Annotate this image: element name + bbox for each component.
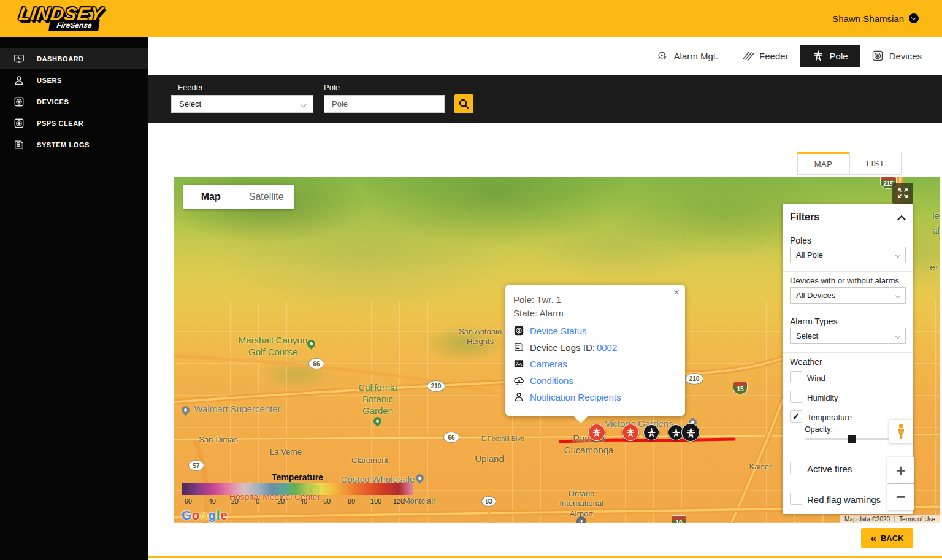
- pole-marker[interactable]: [643, 424, 659, 440]
- weather-label: Weather: [790, 357, 822, 367]
- fullscreen-button[interactable]: [892, 183, 913, 204]
- tab-map-view[interactable]: MAP: [797, 152, 849, 175]
- map-label-kaiser: Kaiser: [749, 462, 772, 472]
- temperature-label: Temperature: [807, 413, 852, 422]
- back-button[interactable]: « BACK: [861, 528, 913, 548]
- chevron-down-icon: [895, 253, 900, 258]
- opacity-label: Opacity:: [805, 425, 833, 434]
- route-shield-66: 66: [308, 358, 324, 369]
- popup-row-device-status: Device Status: [513, 325, 587, 336]
- popup-pole-name: Pole: Twr. 1: [513, 294, 561, 305]
- zoom-out-button[interactable]: −: [887, 484, 914, 510]
- opacity-slider-thumb[interactable]: [848, 435, 856, 443]
- tab-pole[interactable]: Pole: [800, 45, 860, 67]
- google-logo[interactable]: Google: [182, 508, 228, 523]
- transmission-tower-icon: [685, 427, 697, 439]
- legend-tick: -40: [206, 497, 216, 505]
- chevron-up-icon[interactable]: [897, 215, 906, 224]
- zoom-in-button[interactable]: +: [887, 457, 914, 483]
- pole-search-input[interactable]: [324, 95, 445, 113]
- sidebar-item-psps-clear[interactable]: PSPS CLEAR: [0, 112, 148, 134]
- legend-title: Temperature: [272, 472, 323, 482]
- back-arrows-icon: «: [870, 532, 876, 545]
- map-label-claremont: Claremont: [351, 456, 388, 466]
- alarm-bell-icon: [656, 50, 668, 62]
- wind-checkbox[interactable]: [790, 371, 802, 383]
- sidebar-item-dashboard[interactable]: DASHBOARD: [0, 48, 148, 69]
- street-view-pegman-control[interactable]: [889, 420, 913, 443]
- route-shield-83: 83: [481, 496, 496, 507]
- sidebar-item-system-logs[interactable]: SYSTEM LOGS: [0, 134, 148, 155]
- transmission-tower-icon: [625, 427, 636, 438]
- device-icon: [13, 118, 25, 129]
- transmission-tower-icon: [591, 427, 602, 438]
- popup-state: State: Alarm: [513, 308, 564, 318]
- search-button[interactable]: [454, 94, 473, 113]
- popup-row-cameras: Cameras: [513, 358, 567, 369]
- notification-recipients-link[interactable]: Notification Recipients: [530, 392, 621, 402]
- device-logs-id-link[interactable]: 0002: [597, 342, 617, 353]
- terms-of-use-link[interactable]: Terms of Use: [895, 516, 940, 523]
- chevron-down-icon: [301, 102, 307, 108]
- pole-info-popup: × Pole: Twr. 1 State: Alarm Device Statu…: [505, 285, 685, 416]
- tab-alarm-mgt[interactable]: Alarm Mgt.: [645, 45, 730, 67]
- opacity-slider[interactable]: [805, 438, 890, 440]
- cameras-link[interactable]: Cameras: [530, 359, 567, 369]
- route-shield-210: 210: [685, 373, 703, 385]
- humidity-checkbox[interactable]: [790, 391, 802, 403]
- sidebar-item-label: USERS: [37, 77, 62, 84]
- user-menu[interactable]: Shawn Shamsian: [832, 0, 919, 37]
- route-shield-66: 66: [443, 432, 459, 443]
- map-type-satellite-button[interactable]: Satellite: [239, 185, 294, 209]
- tab-list-view[interactable]: LIST: [849, 152, 902, 175]
- device-status-link[interactable]: Device Status: [530, 326, 587, 336]
- close-icon[interactable]: ×: [673, 287, 680, 297]
- chevron-down-icon[interactable]: [909, 13, 919, 23]
- map-label-walmart: Walmart Supercenter: [194, 404, 280, 415]
- devices-select[interactable]: All Devices: [790, 287, 906, 304]
- poles-select-value: All Pole: [796, 250, 823, 259]
- map-label-california-botanic-garden: California Botanic Garden: [358, 382, 397, 416]
- pole-marker-alarm[interactable]: [622, 424, 639, 441]
- tab-devices[interactable]: Devices: [860, 45, 933, 67]
- alarm-types-label: Alarm Types: [790, 316, 838, 326]
- pole-marker-alarm[interactable]: [588, 424, 605, 441]
- sidebar-item-devices[interactable]: DEVICES: [0, 91, 148, 112]
- feeder-select[interactable]: Select: [171, 95, 313, 113]
- legend-tick: 60: [323, 497, 331, 505]
- alarm-types-select[interactable]: Select: [790, 328, 906, 344]
- map-label-san-antonio-heights: San Antonio Heights: [459, 327, 502, 347]
- map-type-map-button[interactable]: Map: [183, 185, 239, 209]
- temperature-checkbox[interactable]: [790, 410, 802, 423]
- logs-icon: [13, 139, 25, 150]
- active-fires-label: Active fires: [807, 464, 852, 474]
- device-icon: [13, 96, 25, 107]
- back-label: BACK: [881, 534, 904, 543]
- lindsey-firesense-logo: LINDSEY FireSense: [17, 4, 119, 33]
- map-type-control: Map Satellite: [183, 185, 294, 209]
- camera-image-icon: [513, 358, 524, 369]
- map-label-e-foothill-blvd: E Foothill Blvd: [481, 435, 524, 443]
- active-fires-checkbox[interactable]: [790, 462, 802, 474]
- dashboard-monitor-icon: [13, 53, 25, 64]
- pole-marker[interactable]: [681, 423, 700, 442]
- legend-tick: -60: [182, 497, 192, 505]
- chevron-down-icon: [895, 293, 900, 298]
- poles-select[interactable]: All Pole: [790, 247, 906, 263]
- tab-feeder[interactable]: Feeder: [730, 45, 800, 67]
- search-icon: [458, 98, 470, 110]
- legend-tick: 0: [256, 497, 259, 505]
- sidebar-item-users[interactable]: USERS: [0, 69, 148, 91]
- conditions-link[interactable]: Conditions: [530, 375, 573, 386]
- map-attribution: Map data ©2020 Terms of Use: [840, 515, 940, 523]
- map-label-marshall-canyon: Marshall Canyon Golf Course: [239, 335, 308, 358]
- chevron-down-icon: [895, 334, 900, 339]
- red-flag-checkbox[interactable]: [790, 493, 802, 505]
- legend-tick: 120: [393, 497, 404, 505]
- sidebar-item-label: PSPS CLEAR: [37, 120, 83, 127]
- tab-label: Feeder: [759, 51, 789, 61]
- map-label-la-verne: La Verne: [270, 447, 302, 457]
- legend-tick: -20: [229, 497, 239, 505]
- alarm-types-select-value: Select: [796, 331, 818, 340]
- sidebar-item-label: DEVICES: [37, 98, 69, 105]
